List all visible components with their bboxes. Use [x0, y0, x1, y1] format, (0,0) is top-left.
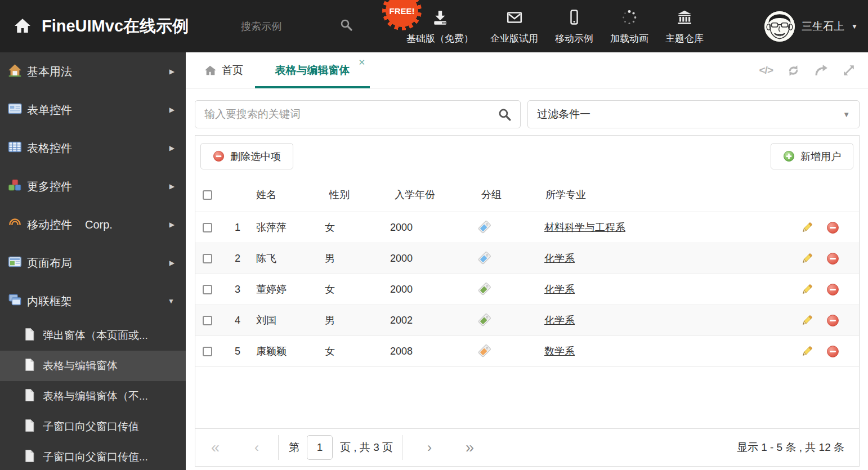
major-link[interactable]: 化学系: [544, 284, 575, 295]
delete-row-icon[interactable]: [826, 283, 839, 296]
sidebar-item-mobile-controls[interactable]: 移动控件Corp. ▶: [0, 205, 186, 244]
keyword-search-input[interactable]: [195, 100, 521, 128]
nav-item-loading-animation[interactable]: 加载动画: [610, 9, 648, 45]
page-number-input[interactable]: [307, 435, 333, 460]
sidebar-item-page-layout[interactable]: 页面布局 ▶: [0, 244, 186, 282]
add-user-button[interactable]: 新增用户: [771, 143, 853, 169]
sidebar: 基本用法 ▶ 表单控件 ▶ 表格控件 ▶ 更多控件 ▶: [0, 52, 186, 470]
prev-page-button[interactable]: ‹: [254, 440, 259, 455]
col-header-gender[interactable]: 性别: [314, 188, 380, 202]
row-checkbox[interactable]: [203, 223, 212, 232]
plus-circle-icon: [783, 150, 795, 162]
house-icon: [8, 64, 22, 80]
delete-row-icon[interactable]: [826, 252, 839, 265]
nav-item-mobile-demo[interactable]: 移动示例: [555, 9, 593, 45]
header-nav: 基础版（免费） 企业版试用 移动示例: [406, 6, 704, 48]
cell-name: 董婷婷: [245, 283, 314, 296]
nav-item-label: 基础版（免费）: [406, 32, 473, 45]
header-search-icon[interactable]: [339, 18, 353, 34]
fullscreen-icon[interactable]: [842, 64, 856, 77]
sidebar-subitem-popup-window[interactable]: 弹出窗体（本页面或...: [0, 320, 186, 351]
search-icon[interactable]: [498, 108, 512, 124]
row-checkbox[interactable]: [203, 285, 212, 294]
cell-year: 2000: [380, 222, 464, 234]
major-link[interactable]: 数学系: [544, 346, 575, 357]
edit-icon[interactable]: [800, 221, 813, 234]
share-icon[interactable]: [814, 64, 829, 78]
grid-panel: 删除选中项 新增用户 姓名 性别 入学年份 分组 所学专业: [195, 135, 860, 467]
tab-close-icon[interactable]: ✕: [358, 58, 365, 66]
header-search-input[interactable]: [241, 17, 331, 36]
keyword-search-box: [195, 100, 521, 128]
home-icon: [204, 64, 217, 77]
filter-dropdown[interactable]: 过滤条件一 ▼: [527, 100, 860, 128]
sidebar-item-form-controls[interactable]: 表单控件 ▶: [0, 91, 186, 129]
sidebar-item-inline-frame[interactable]: 内联框架 ▼: [0, 282, 186, 320]
tab-active-label: 表格与编辑窗体: [275, 64, 350, 76]
nav-item-theme-store[interactable]: 主题仓库: [665, 9, 704, 45]
sidebar-subitem-grid-edit-window-2[interactable]: 表格与编辑窗体（不...: [0, 381, 186, 411]
next-page-button[interactable]: ›: [427, 440, 432, 455]
page-suffix: 页 , 共 3 页: [340, 440, 393, 455]
delete-selected-button[interactable]: 删除选中项: [200, 143, 293, 169]
sidebar-item-grid-controls[interactable]: 表格控件 ▶: [0, 129, 186, 167]
avatar: [764, 11, 795, 42]
download-icon: [432, 9, 449, 28]
sidebar-item-label: 基本用法: [27, 64, 72, 79]
cell-group: [464, 282, 527, 297]
user-menu[interactable]: 三生石上 ▼: [764, 0, 858, 52]
major-link[interactable]: 材料科学与工程系: [544, 222, 625, 233]
sidebar-subitem-child-to-parent-2[interactable]: 子窗口向父窗口传值...: [0, 442, 186, 470]
row-checkbox[interactable]: [203, 254, 212, 263]
home-icon[interactable]: [14, 17, 32, 37]
view-source-icon[interactable]: </>: [759, 64, 773, 77]
col-header-group[interactable]: 分组: [464, 188, 527, 202]
sidebar-item-more-controls[interactable]: 更多控件 ▶: [0, 167, 186, 205]
edit-icon[interactable]: [800, 314, 813, 327]
first-page-button[interactable]: «: [211, 439, 220, 456]
row-checkbox[interactable]: [203, 347, 212, 356]
edit-icon[interactable]: [800, 345, 813, 358]
cell-gender: 男: [314, 314, 380, 327]
refresh-icon[interactable]: [786, 64, 800, 78]
last-page-button[interactable]: »: [466, 439, 474, 456]
tab-grid-edit-window[interactable]: 表格与编辑窗体 ✕: [255, 52, 370, 88]
edit-icon[interactable]: [800, 252, 813, 265]
tab-home[interactable]: 首页: [204, 52, 243, 88]
chevron-down-icon: ▼: [851, 23, 858, 30]
sidebar-item-basic-usage[interactable]: 基本用法 ▶: [0, 52, 186, 91]
sidebar-subitem-grid-edit-window[interactable]: 表格与编辑窗体: [0, 351, 186, 381]
cell-gender: 女: [314, 344, 380, 358]
add-user-label: 新增用户: [800, 150, 841, 163]
cell-gender: 女: [314, 283, 380, 296]
tab-bar: 首页 表格与编辑窗体 ✕ </>: [186, 52, 868, 88]
record-summary: 显示 1 - 5 条 , 共 12 条: [737, 440, 844, 455]
major-link[interactable]: 化学系: [544, 253, 575, 264]
chevron-right-icon: ▶: [169, 106, 175, 114]
delete-row-icon[interactable]: [826, 221, 839, 234]
row-checkbox[interactable]: [203, 316, 212, 325]
table-header: 姓名 性别 入学年份 分组 所学专业: [195, 178, 859, 212]
col-header-major[interactable]: 所学专业: [527, 188, 797, 202]
edit-icon[interactable]: [800, 283, 813, 296]
sidebar-subitem-child-to-parent[interactable]: 子窗口向父窗口传值: [0, 411, 186, 442]
sidebar-item-label: 更多控件: [27, 179, 72, 194]
delete-row-icon[interactable]: [826, 314, 839, 327]
nav-item-enterprise-trial[interactable]: 企业版试用: [490, 9, 538, 45]
spinner-icon: [621, 9, 638, 28]
nav-item-basic-edition[interactable]: 基础版（免费）: [406, 9, 473, 45]
major-link[interactable]: 化学系: [544, 315, 575, 326]
form-icon: [8, 102, 22, 118]
delete-row-icon[interactable]: [826, 345, 839, 358]
col-header-name[interactable]: 姓名: [245, 188, 314, 202]
chevron-right-icon: ▶: [169, 68, 175, 75]
select-all-checkbox[interactable]: [203, 190, 212, 200]
cell-year: 2002: [380, 315, 464, 326]
sidebar-item-label: 内联框架: [27, 294, 72, 309]
cell-name: 刘国: [245, 314, 314, 327]
corp-badge: Corp.: [85, 218, 113, 231]
content-area: 过滤条件一 ▼ 删除选中项 新增用户: [195, 88, 860, 470]
cell-gender: 女: [314, 221, 380, 234]
col-header-year[interactable]: 入学年份: [380, 188, 464, 202]
tag-icon: [477, 251, 491, 266]
